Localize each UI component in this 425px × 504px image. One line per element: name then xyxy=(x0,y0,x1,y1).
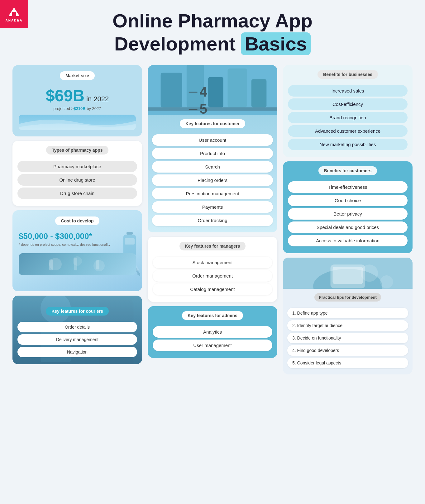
cost-amount: $50,000 - $300,000* xyxy=(19,231,136,241)
title-highlight: Basics xyxy=(241,32,311,55)
manager-features-label: Key features for managers xyxy=(179,242,246,250)
svg-rect-19 xyxy=(208,77,223,107)
benefits-biz-label: Benefits for businesses xyxy=(318,70,378,79)
customer-feat-3: Search xyxy=(152,161,273,173)
market-amount: $69B in 2022 xyxy=(19,86,136,105)
admin-features-label: Key features for admins xyxy=(182,311,243,320)
svg-rect-22 xyxy=(148,107,277,111)
page-title: Online Pharmacy App Development Basics xyxy=(25,9,400,56)
tip-3: 3. Decide on functionality xyxy=(287,333,408,343)
cust-benefit-3: Better privacy xyxy=(288,208,408,220)
couriers-label: Key features for couriers xyxy=(46,307,109,316)
benefits-cust-card: Benefits for customers Time-effectivenes… xyxy=(283,161,413,253)
types-label: Types of pharmacy apps xyxy=(46,146,108,155)
types-card: Types of pharmacy apps Pharmacy marketpl… xyxy=(12,141,142,206)
column-1: Market size $69B in 2022 projected >$210… xyxy=(12,65,142,364)
tip-2: 2. Identify target audience xyxy=(287,320,408,331)
customer-feat-5: Prescription management xyxy=(152,188,273,199)
main-columns: Market size $69B in 2022 projected >$210… xyxy=(0,62,425,384)
customer-feat-2: Product info xyxy=(152,148,273,159)
logo-text: ANADEA xyxy=(6,19,23,22)
logo-icon xyxy=(8,6,20,17)
practical-tips-label: Practical tips for development xyxy=(314,293,381,302)
customer-feat-6: Payments xyxy=(152,201,273,213)
courier-item-1: Order details xyxy=(17,322,137,332)
column-2: 4 5 Key features for customer User accou… xyxy=(148,65,277,358)
column-3: Benefits for businesses Increased sales … xyxy=(283,65,413,374)
customer-feature-image: 4 5 xyxy=(148,65,277,115)
courier-item-3: Navigation xyxy=(17,347,137,357)
cost-note: * depends on project scope, complexity, … xyxy=(19,242,136,247)
manager-feat-1: Stock management xyxy=(153,257,272,268)
tip-5: 5. Consider legal aspects xyxy=(287,358,408,368)
cost-label: Cost to develop xyxy=(55,216,99,225)
market-size-card: Market size $69B in 2022 projected >$210… xyxy=(12,65,142,136)
type-item-3: Drug store chain xyxy=(17,188,137,199)
manager-feat-3: Catalog management xyxy=(153,283,272,295)
svg-rect-9 xyxy=(49,259,53,270)
svg-point-32 xyxy=(380,275,393,288)
svg-rect-2 xyxy=(125,238,135,245)
cust-benefit-1: Time-effectiveness xyxy=(288,181,408,193)
market-wave-decoration xyxy=(19,115,136,130)
tip-1: 1. Define app type xyxy=(287,308,408,318)
customer-features-label: Key features for customer xyxy=(180,119,245,128)
biz-benefit-1: Increased sales xyxy=(288,85,408,97)
admin-feat-2: User management xyxy=(153,340,272,351)
svg-rect-10 xyxy=(74,258,77,270)
cost-image-decoration xyxy=(19,253,136,275)
svg-rect-17 xyxy=(161,73,182,107)
admin-feat-1: Analytics xyxy=(153,326,272,338)
type-item-2: Online drug store xyxy=(17,174,137,186)
manager-features-card: Key features for managers Stock manageme… xyxy=(148,237,277,302)
benefits-cust-label: Benefits for customers xyxy=(318,166,377,175)
logo: ANADEA xyxy=(0,0,28,28)
svg-rect-0 xyxy=(127,232,133,235)
main-title-section: Online Pharmacy App Development Basics xyxy=(0,0,425,62)
cost-wave xyxy=(19,253,136,275)
couriers-card: Key features for couriers Order details … xyxy=(12,296,142,364)
biz-benefit-5: New marketing possibilities xyxy=(288,139,408,150)
svg-text:4: 4 xyxy=(199,84,207,99)
customer-feat-4: Placing orders xyxy=(152,174,273,186)
svg-rect-21 xyxy=(251,79,267,107)
cust-benefit-2: Good choice xyxy=(288,195,408,206)
svg-rect-20 xyxy=(228,68,247,107)
svg-point-31 xyxy=(361,264,378,282)
biz-benefit-4: Advanced customer experience xyxy=(288,125,408,137)
svg-text:5: 5 xyxy=(199,101,207,115)
customer-features-content: Key features for customer User account P… xyxy=(148,115,277,232)
admin-features-card: Key features for admins Analytics User m… xyxy=(148,306,277,358)
svg-rect-11 xyxy=(96,260,99,269)
type-item-1: Pharmacy marketplace xyxy=(17,161,137,172)
market-projection: projected >$210B by 2027 xyxy=(19,106,136,111)
tip-4: 4. Find good developers xyxy=(287,345,408,356)
benefits-biz-card: Benefits for businesses Increased sales … xyxy=(283,65,413,157)
tips-image xyxy=(283,258,413,289)
customer-feat-7: Order tracking xyxy=(152,215,273,226)
biz-benefit-2: Cost-efficiency xyxy=(288,98,408,110)
cost-card: Cost to develop $50,000 - $300,000* * xyxy=(12,210,142,291)
tips-bg-svg xyxy=(283,258,413,289)
biz-benefit-3: Brand recognition xyxy=(288,112,408,123)
cust-benefit-4: Special deals and good prices xyxy=(288,221,408,233)
pharmacy-image-svg: 4 5 xyxy=(148,65,277,115)
practical-tips-card: Practical tips for development 1. Define… xyxy=(283,258,413,374)
wave-svg xyxy=(19,115,136,130)
courier-item-2: Delivery management xyxy=(17,334,137,345)
manager-feat-2: Order management xyxy=(153,270,272,282)
tips-content: Practical tips for development 1. Define… xyxy=(283,289,413,374)
svg-rect-30 xyxy=(332,267,363,284)
cust-benefit-5: Access to valuable information xyxy=(288,235,408,246)
customer-feat-1: User account xyxy=(152,134,273,146)
market-size-label: Market size xyxy=(60,71,94,80)
customer-features-card: 4 5 Key features for customer User accou… xyxy=(148,65,277,232)
